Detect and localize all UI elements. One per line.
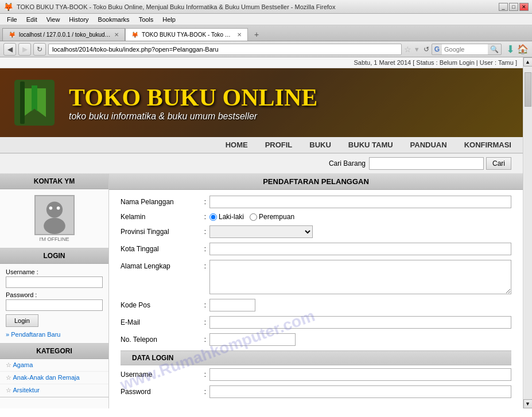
ym-offline-label: I'M OFFLINE <box>34 236 75 242</box>
tab-2-close[interactable]: ✕ <box>237 32 242 38</box>
bookmark-star-icon[interactable]: ☆ <box>404 45 411 54</box>
nav-buku[interactable]: BUKU <box>309 141 331 149</box>
search-magnifier-icon[interactable]: 🔍 <box>488 45 501 53</box>
ym-avatar <box>34 195 75 235</box>
banner: TOKO BUKU ONLINE toko buku informatika &… <box>0 68 523 137</box>
dl-password-input[interactable] <box>209 385 511 398</box>
menu-bookmarks[interactable]: Bookmarks <box>94 15 134 24</box>
download-icon[interactable]: ⬇ <box>506 43 515 56</box>
notelp-row: No. Telepon : <box>121 333 511 346</box>
email-label: E-Mail <box>121 318 201 326</box>
svg-point-5 <box>49 206 52 210</box>
kelamin-laki-radio[interactable] <box>209 213 217 221</box>
kota-row: Kota Tinggal : <box>121 243 511 255</box>
dl-password-row: Password : <box>121 385 511 398</box>
maximize-button[interactable]: □ <box>509 3 518 11</box>
menu-help[interactable]: Help <box>158 15 180 24</box>
browser-search-input[interactable] <box>442 44 488 55</box>
browser-title: TOKO BUKU TYA-BOOK - Toko Buku Online, M… <box>17 3 336 10</box>
dl-username-label: Username <box>121 371 201 379</box>
nav-panduan[interactable]: PANDUAN <box>410 141 447 149</box>
menu-edit[interactable]: Edit <box>22 15 42 24</box>
new-tab-button[interactable]: + <box>250 28 263 41</box>
kelamin-radio-group: Laki-laki Perempuan <box>209 213 294 221</box>
menu-tools[interactable]: Tools <box>134 15 158 24</box>
notelp-label: No. Telepon <box>121 336 201 344</box>
login-section: LOGIN Username : Password : Login Pendaf… <box>0 248 108 344</box>
notelp-input[interactable] <box>209 333 296 346</box>
url-input[interactable] <box>48 44 402 55</box>
kota-input[interactable] <box>209 243 511 255</box>
kategori-arsitektur[interactable]: Arsitektur <box>0 384 108 397</box>
kelamin-perempuan-text: Perempuan <box>259 213 294 221</box>
reload-icon[interactable]: ↺ <box>424 45 429 53</box>
tab-2[interactable]: 🦊 TOKO BUKU TYA-BOOK - Toko Buku Onlin..… <box>125 28 248 41</box>
kontak-ym-section: KONTAK YM <box>0 174 108 248</box>
dropdown-arrow-icon[interactable]: ▼ <box>414 46 420 53</box>
nav-buku-tamu[interactable]: BUKU TAMU <box>348 141 393 149</box>
tab-1[interactable]: 🦊 localhost / 127.0.0.1 / toko_bukudb | … <box>2 28 125 41</box>
forward-button[interactable]: ▶ <box>18 43 31 56</box>
kelamin-laki-text: Laki-laki <box>219 213 244 221</box>
login-button[interactable]: Login <box>6 314 38 327</box>
nav-konfirmasi[interactable]: KONFIRMASI <box>464 141 511 149</box>
username-input[interactable] <box>6 276 103 288</box>
alamat-label: Alamat Lengkap <box>121 260 201 270</box>
refresh-button[interactable]: ↻ <box>33 43 46 56</box>
menu-bar: File Edit View History Bookmarks Tools H… <box>0 14 532 25</box>
minimize-button[interactable]: _ <box>499 3 508 11</box>
home-icon[interactable]: 🏠 <box>517 44 529 54</box>
scroll-down-button[interactable]: ▼ <box>523 399 533 408</box>
banner-text: TOKO BUKU ONLINE toko buku informatika &… <box>69 84 317 122</box>
alamat-row: Alamat Lengkap : <box>121 260 511 294</box>
scroll-thumb[interactable] <box>525 72 531 107</box>
nav-home[interactable]: HOME <box>226 141 248 149</box>
data-login-divider: DATA LOGIN <box>121 350 511 365</box>
tab-1-close[interactable]: ✕ <box>114 32 119 38</box>
back-button[interactable]: ◀ <box>3 43 16 56</box>
ym-status: I'M OFFLINE <box>34 195 75 242</box>
login-header: LOGIN <box>0 248 108 264</box>
dl-username-row: Username : <box>121 368 511 381</box>
email-input[interactable] <box>209 316 511 329</box>
banner-title: TOKO BUKU ONLINE <box>69 84 317 111</box>
close-button[interactable]: ✕ <box>519 3 529 11</box>
provinsi-select[interactable] <box>209 225 313 238</box>
sidebar: KONTAK YM <box>0 174 109 408</box>
dl-username-colon: : <box>201 371 209 379</box>
alamat-colon: : <box>201 260 209 270</box>
menu-view[interactable]: View <box>42 15 65 24</box>
kelamin-label: Kelamin <box>121 213 201 221</box>
kelamin-laki-label: Laki-laki <box>209 213 244 221</box>
search-input[interactable] <box>369 157 484 170</box>
scrollbar: ▲ ▼ <box>523 57 532 408</box>
alamat-textarea[interactable] <box>209 260 511 294</box>
kategori-anak[interactable]: Anak-Anak dan Remaja <box>0 372 108 384</box>
nav-bar: HOME PROFIL BUKU BUKU TAMU PANDUAN KONFI… <box>0 137 523 154</box>
banner-subtitle: toko buku informatika & buku umum bestse… <box>69 111 317 122</box>
main-layout: KONTAK YM <box>0 174 523 408</box>
status-bar-top: Sabtu, 1 Maret 2014 [ Status : Belum Log… <box>0 57 523 68</box>
menu-history[interactable]: History <box>64 15 93 24</box>
kelamin-perempuan-radio[interactable] <box>250 213 257 221</box>
dl-username-input[interactable] <box>209 368 511 381</box>
kategori-agama[interactable]: Agama <box>0 359 108 372</box>
menu-file[interactable]: File <box>2 15 22 24</box>
svg-point-6 <box>56 206 60 210</box>
kodepos-colon: : <box>201 301 209 309</box>
search-label: Cari Barang <box>329 159 366 167</box>
password-input[interactable] <box>6 299 103 311</box>
registration-link[interactable]: Pendaftaran Baru <box>6 331 60 338</box>
nav-profil[interactable]: PROFIL <box>265 141 293 149</box>
content-area: Sabtu, 1 Maret 2014 [ Status : Belum Log… <box>0 57 523 408</box>
notelp-colon: : <box>201 336 209 344</box>
scroll-up-button[interactable]: ▲ <box>523 57 533 67</box>
search-button[interactable]: Cari <box>486 157 511 170</box>
email-colon: : <box>201 318 209 326</box>
window-controls: _ □ ✕ <box>499 3 529 11</box>
nama-input[interactable] <box>209 196 511 208</box>
svg-rect-1 <box>20 81 25 124</box>
browser-search-bar: G 🔍 <box>432 44 502 55</box>
provinsi-colon: : <box>201 228 209 236</box>
kodepos-input[interactable] <box>209 299 255 311</box>
